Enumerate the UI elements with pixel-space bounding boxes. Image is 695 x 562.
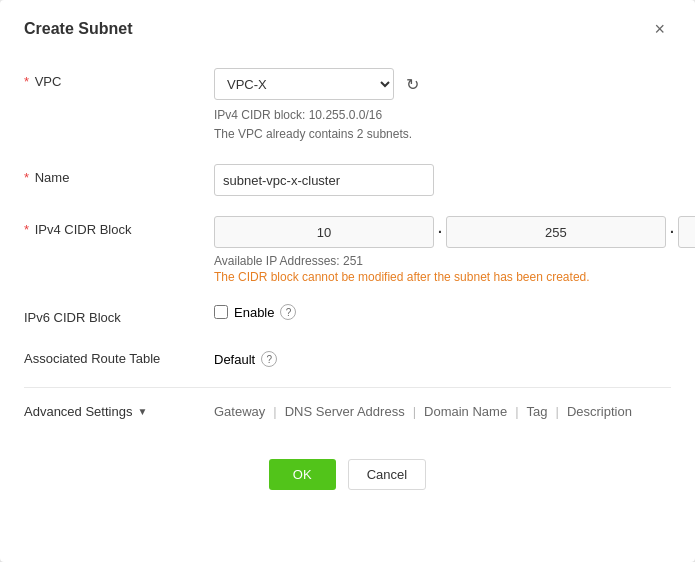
name-row: * Name [24, 164, 671, 196]
required-star: * [24, 222, 29, 237]
separator-1: | [273, 404, 276, 419]
dialog-body: * VPC VPC-X ↻ IPv4 CIDR block: 10.255.0.… [0, 52, 695, 435]
required-star: * [24, 74, 29, 89]
vpc-label: * VPC [24, 68, 214, 89]
separator-3: | [515, 404, 518, 419]
ipv6-cidr-content: Enable ? [214, 304, 671, 320]
route-table-row: Associated Route Table Default ? [24, 345, 671, 367]
dialog-footer: OK Cancel [0, 443, 695, 514]
advanced-link-tag[interactable]: Tag [527, 404, 548, 419]
dialog-header: Create Subnet × [0, 0, 695, 52]
advanced-link-description[interactable]: Description [567, 404, 632, 419]
advanced-settings-section: Advanced Settings ▼ Gateway | DNS Server… [24, 404, 671, 419]
section-divider [24, 387, 671, 388]
name-input[interactable] [214, 164, 434, 196]
required-star: * [24, 170, 29, 185]
refresh-button[interactable]: ↻ [402, 73, 423, 96]
ipv6-enable-label: Enable [234, 305, 274, 320]
cidr-octet3[interactable] [678, 216, 695, 248]
ipv6-cidr-label: IPv6 CIDR Block [24, 304, 214, 325]
cidr-warning: The CIDR block cannot be modified after … [214, 270, 695, 284]
advanced-link-domain[interactable]: Domain Name [424, 404, 507, 419]
create-subnet-dialog: Create Subnet × * VPC VPC-X ↻ IPv4 CIDR … [0, 0, 695, 562]
cidr-octet2 [446, 216, 666, 248]
ipv6-enable-row: Enable ? [214, 304, 671, 320]
advanced-settings-label: Advanced Settings [24, 404, 132, 419]
name-content [214, 164, 671, 196]
cidr-octet1 [214, 216, 434, 248]
ipv6-cidr-row: IPv6 CIDR Block Enable ? [24, 304, 671, 325]
route-help-icon: ? [261, 351, 277, 367]
advanced-settings-toggle[interactable]: Advanced Settings ▼ [24, 404, 214, 419]
chevron-down-icon: ▼ [137, 406, 147, 417]
advanced-link-dns[interactable]: DNS Server Address [285, 404, 405, 419]
cidr-dot-2: · [670, 224, 674, 240]
ipv4-cidr-label: * IPv4 CIDR Block [24, 216, 214, 237]
ipv4-cidr-row: * IPv4 CIDR Block · · · / 24 16171819 [24, 216, 671, 284]
cidr-input-row: · · · / 24 16171819 20212223 25262728 [214, 216, 695, 248]
route-table-content: Default ? [214, 345, 671, 367]
route-table-value: Default [214, 352, 255, 367]
vpc-select[interactable]: VPC-X [214, 68, 394, 100]
ok-button[interactable]: OK [269, 459, 336, 490]
route-value-row: Default ? [214, 345, 671, 367]
vpc-row: * VPC VPC-X ↻ IPv4 CIDR block: 10.255.0.… [24, 68, 671, 144]
separator-2: | [413, 404, 416, 419]
ipv4-cidr-content: · · · / 24 16171819 20212223 25262728 Av… [214, 216, 695, 284]
ipv6-help-icon: ? [280, 304, 296, 320]
vpc-info: IPv4 CIDR block: 10.255.0.0/16 The VPC a… [214, 106, 671, 144]
ipv6-enable-checkbox[interactable] [214, 305, 228, 319]
dialog-title: Create Subnet [24, 20, 132, 38]
close-button[interactable]: × [648, 18, 671, 40]
cancel-button[interactable]: Cancel [348, 459, 426, 490]
separator-4: | [555, 404, 558, 419]
name-label: * Name [24, 164, 214, 185]
vpc-content: VPC-X ↻ IPv4 CIDR block: 10.255.0.0/16 T… [214, 68, 671, 144]
advanced-link-gateway[interactable]: Gateway [214, 404, 265, 419]
advanced-links-row: Gateway | DNS Server Address | Domain Na… [214, 404, 632, 419]
vpc-select-row: VPC-X ↻ [214, 68, 671, 100]
route-table-label: Associated Route Table [24, 345, 214, 366]
cidr-available: Available IP Addresses: 251 [214, 254, 695, 268]
cidr-dot-1: · [438, 224, 442, 240]
